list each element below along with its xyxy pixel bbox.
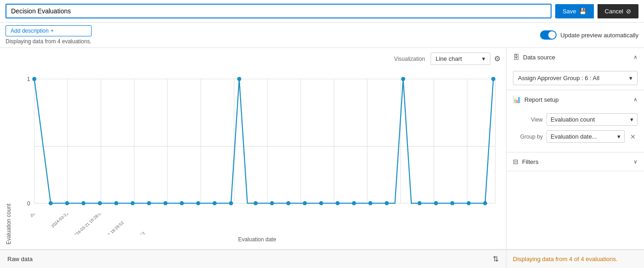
clear-group-by-button[interactable]: ✕ xyxy=(628,132,638,141)
chevron-up-icon: ∧ xyxy=(633,54,638,60)
toggle-area: Update preview automatically xyxy=(540,30,638,40)
add-desc-label: Add description xyxy=(11,28,49,34)
svg-text:1: 1 xyxy=(27,76,30,82)
filter-icon: ⊟ xyxy=(513,158,518,165)
bottom-bar: Raw data ⇅ xyxy=(0,250,506,268)
report-setup-section: 📊 Report setup ∧ View Evaluation count ▾… xyxy=(506,90,644,152)
view-value: Evaluation count xyxy=(551,116,595,123)
group-by-row: Group by Evaluation date... ▾ ✕ xyxy=(513,130,638,143)
datasource-value: Assign Approver Group : 6 : All xyxy=(518,75,599,82)
title-input[interactable] xyxy=(6,4,552,18)
svg-point-23 xyxy=(81,201,86,205)
right-panel: 🗄 Data source ∧ Assign Approver Group : … xyxy=(506,48,644,249)
filters-section: ⊟ Filters ∨ xyxy=(506,152,644,171)
gear-icon[interactable]: ⚙ xyxy=(494,54,500,63)
svg-point-28 xyxy=(163,201,167,205)
chevron-down-icon: ∨ xyxy=(633,158,638,165)
svg-text:2024-03-21 18:28:52: 2024-03-21 18:28:52 xyxy=(93,221,125,234)
svg-point-20 xyxy=(32,77,36,81)
svg-text:2024-03-21 18:28:52: 2024-03-21 18:28:52 xyxy=(30,214,61,218)
view-select[interactable]: Evaluation count ▾ xyxy=(546,113,638,126)
viz-controls: Visualization Line chart ▾ ⚙ xyxy=(6,52,500,65)
svg-point-45 xyxy=(434,201,438,205)
svg-point-22 xyxy=(65,201,69,205)
data-source-section: 🗄 Data source ∧ Assign Approver Group : … xyxy=(506,48,644,90)
report-setup-header[interactable]: 📊 Report setup ∧ xyxy=(506,90,644,109)
svg-text:2024-03-21 18:28:52: 2024-03-21 18:28:52 xyxy=(50,214,82,228)
chart-type-select[interactable]: Line chart ▾ xyxy=(431,52,490,65)
svg-text:0: 0 xyxy=(27,200,30,207)
svg-point-35 xyxy=(270,201,274,205)
svg-point-24 xyxy=(98,201,102,205)
svg-point-36 xyxy=(286,201,290,205)
chart-wrapper: Evaluation count 1 0 xyxy=(6,69,500,245)
expand-icon[interactable]: ⇅ xyxy=(493,255,499,263)
sub-bar: Add description + Displaying data from 4… xyxy=(0,23,644,48)
report-setup-title: Report setup xyxy=(524,96,558,103)
chevron-down-icon: ▾ xyxy=(630,116,633,123)
svg-point-39 xyxy=(335,201,339,205)
chevron-down-icon: ▾ xyxy=(629,75,632,82)
cancel-label: Cancel xyxy=(605,8,623,15)
svg-point-34 xyxy=(253,201,258,205)
toggle-label: Update preview automatically xyxy=(560,32,638,39)
x-axis-label: Evaluation date xyxy=(14,234,500,245)
line-chart-svg: 1 0 xyxy=(14,69,500,214)
datasource-select[interactable]: Assign Approver Group : 6 : All ▾ xyxy=(513,71,638,85)
svg-point-46 xyxy=(450,201,454,205)
svg-point-41 xyxy=(368,201,373,205)
data-source-header[interactable]: 🗄 Data source ∧ xyxy=(506,48,644,66)
svg-point-21 xyxy=(49,201,53,205)
svg-point-42 xyxy=(385,201,389,205)
report-setup-body: View Evaluation count ▾ Group by Evaluat… xyxy=(506,109,644,152)
chart-container: 1 0 xyxy=(14,69,500,245)
filters-title: Filters xyxy=(522,158,538,165)
svg-point-38 xyxy=(319,201,323,205)
y-axis-label: Evaluation count xyxy=(6,69,12,245)
x-axis-labels-svg: 2024-03-21 18:28:52 2024-03-21 18:28:52 … xyxy=(30,214,499,234)
viz-label: Visualization xyxy=(394,56,425,62)
svg-point-40 xyxy=(352,201,356,205)
view-row: View Evaluation count ▾ xyxy=(513,113,638,126)
svg-point-25 xyxy=(114,201,118,205)
bottom-right-info: Displaying data from 4 of 4 evaluations. xyxy=(506,250,644,268)
svg-point-27 xyxy=(147,201,151,205)
save-button[interactable]: Save 💾 xyxy=(555,4,594,18)
data-source-body: Assign Approver Group : 6 : All ▾ xyxy=(506,66,644,90)
database-icon: 🗄 xyxy=(513,53,519,61)
data-info-text: Displaying data from 4 evaluations. xyxy=(6,38,92,45)
chart-icon: 📊 xyxy=(513,96,521,103)
svg-point-49 xyxy=(491,77,495,81)
top-bar: Save 💾 Cancel ⊘ xyxy=(0,0,644,23)
svg-point-32 xyxy=(229,201,233,205)
raw-data-label: Raw data xyxy=(7,256,33,262)
svg-point-26 xyxy=(131,201,135,205)
group-by-select[interactable]: Evaluation date... ▾ xyxy=(546,130,625,143)
save-icon: 💾 xyxy=(579,8,586,15)
svg-point-43 xyxy=(401,77,405,81)
svg-point-48 xyxy=(483,201,487,205)
svg-point-30 xyxy=(196,201,200,205)
bottom-container: Raw data ⇅ Displaying data from 4 of 4 e… xyxy=(0,249,644,268)
add-icon: + xyxy=(51,28,54,34)
auto-preview-toggle[interactable] xyxy=(540,30,557,40)
svg-text:2024-03-21 18:28:52: 2024-03-21 18:28:52 xyxy=(114,231,146,234)
svg-point-29 xyxy=(180,201,184,205)
data-source-title: Data source xyxy=(523,54,555,61)
svg-point-33 xyxy=(237,77,242,81)
cancel-icon: ⊘ xyxy=(626,8,631,15)
filters-header[interactable]: ⊟ Filters ∨ xyxy=(506,152,644,171)
svg-point-37 xyxy=(303,201,307,205)
svg-text:2024-03-21 18:28:52: 2024-03-21 18:28:52 xyxy=(71,214,104,234)
group-by-label: Group by xyxy=(513,134,543,140)
add-description-button[interactable]: Add description + xyxy=(6,25,92,36)
chevron-up-icon: ∧ xyxy=(633,96,638,103)
svg-point-31 xyxy=(213,201,217,205)
svg-point-44 xyxy=(418,201,422,205)
view-label: View xyxy=(513,117,543,123)
cancel-button[interactable]: Cancel ⊘ xyxy=(598,4,638,18)
main-content: Visualization Line chart ▾ ⚙ Evaluation … xyxy=(0,48,644,249)
bottom-right-text: Displaying data from 4 of 4 evaluations. xyxy=(513,256,618,262)
save-label: Save xyxy=(563,8,576,15)
chart-type-value: Line chart xyxy=(436,55,462,62)
